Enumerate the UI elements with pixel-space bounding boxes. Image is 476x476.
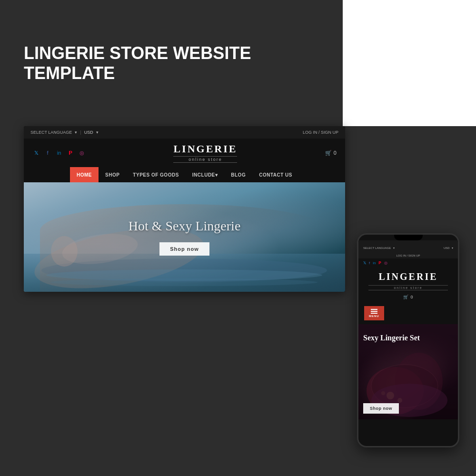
mobile-cart[interactable]: 🛒 0 (358, 293, 458, 301)
cart-count: 0 (334, 150, 337, 156)
logo: LINGERIE online store (173, 143, 237, 163)
topbar-right: LOG IN / SIGN UP (303, 130, 338, 135)
nav-item-home[interactable]: HOME (70, 167, 99, 182)
facebook-icon[interactable]: f (44, 149, 51, 157)
menu-line-1 (371, 309, 377, 310)
nav-item-contact[interactable]: CONTACT US (252, 167, 299, 182)
menu-label: MENU (369, 315, 379, 317)
twitter-icon[interactable]: 𝕏 (32, 149, 40, 157)
mobile-currency: USD (444, 247, 450, 249)
logo-text: LINGERIE (173, 143, 237, 155)
mobile-instagram-icon[interactable]: ◎ (384, 261, 387, 265)
hero-banner: Hot & Sexy Lingerie Shop now (24, 182, 345, 292)
mobile-lang-chevron: ▾ (393, 247, 395, 249)
desktop-nav: HOME SHOP TYPES OF GOODS INCLUDE ▾ BLOG … (24, 167, 345, 182)
mobile-mockup: SELECT LANGUAGE ▾ USD ▾ LOG IN / SIGN UP… (357, 233, 459, 447)
logo-subtitle: online store (173, 156, 237, 163)
left-panel: LINGERIE STORE WEBSITE TEMPLATE (0, 0, 343, 126)
mobile-linkedin-icon[interactable]: in (373, 261, 376, 265)
currency-selector[interactable]: USD (84, 130, 93, 135)
desktop-mockup: SELECT LANGUAGE ▾ | USD ▾ LOG IN / SIGN … (24, 126, 345, 292)
mobile-shop-now-button[interactable]: Shop now (363, 403, 399, 414)
social-icons-group: 𝕏 f in 𝗣 ◎ (32, 149, 86, 157)
pinterest-icon[interactable]: 𝗣 (67, 149, 74, 157)
mobile-menu-area: MENU (358, 301, 458, 324)
nav-item-shop[interactable]: SHOP (99, 167, 126, 182)
nav-item-types[interactable]: TYPES OF GOODS (126, 167, 185, 182)
mobile-facebook-icon[interactable]: f (369, 261, 370, 265)
cart-button[interactable]: 🛒 0 (325, 150, 337, 156)
nav-item-blog[interactable]: BLOG (224, 167, 252, 182)
mobile-currency: USD ▾ (444, 242, 453, 251)
mobile-twitter-icon[interactable]: 𝕏 (363, 261, 366, 265)
mobile-social-icons: 𝕏 f in 𝗣 ◎ (358, 258, 458, 268)
mobile-topbar: SELECT LANGUAGE ▾ USD ▾ (358, 240, 458, 253)
nav-item-include[interactable]: INCLUDE ▾ (186, 167, 224, 182)
right-panel (343, 0, 476, 126)
mobile-language: SELECT LANGUAGE ▾ (363, 242, 395, 251)
mobile-notch (394, 235, 423, 240)
desktop-topbar: SELECT LANGUAGE ▾ | USD ▾ LOG IN / SIGN … (24, 126, 345, 139)
linkedin-icon[interactable]: in (55, 149, 63, 157)
svg-point-5 (51, 278, 317, 286)
mobile-curr-chevron: ▾ (452, 247, 453, 249)
mobile-logo: LINGERIE online store (358, 268, 458, 293)
mobile-hero-title: Sexy Lingerie Set (363, 334, 453, 342)
page-title: LINGERIE STORE WEBSITE TEMPLATE (24, 43, 319, 83)
currency-chevron-icon: ▾ (96, 130, 99, 135)
mobile-language-label: SELECT LANGUAGE (363, 247, 391, 249)
mobile-login[interactable]: LOG IN / SIGN UP (358, 253, 458, 258)
shop-now-button[interactable]: Shop now (159, 242, 209, 256)
mobile-login-text: LOG IN / SIGN UP (396, 254, 420, 257)
mobile-hero-content: Sexy Lingerie Set (358, 324, 458, 371)
menu-line-3 (371, 313, 377, 314)
mobile-logo-text: LINGERIE (358, 271, 458, 282)
mobile-hero: Sexy Lingerie Set Shop now (358, 324, 458, 419)
mobile-menu-button[interactable]: MENU (364, 306, 384, 320)
mobile-cart-count: 0 (410, 295, 413, 299)
mobile-pinterest-icon[interactable]: 𝗣 (378, 261, 381, 265)
mobile-logo-subtitle: online store (368, 285, 448, 290)
include-chevron-icon: ▾ (215, 172, 218, 178)
mobile-cart-icon: 🛒 (403, 295, 408, 299)
instagram-icon[interactable]: ◎ (78, 149, 86, 157)
chevron-down-icon: ▾ (75, 130, 77, 135)
topbar-left: SELECT LANGUAGE ▾ | USD ▾ (30, 130, 99, 135)
menu-line-2 (371, 311, 377, 312)
cart-icon: 🛒 (325, 150, 332, 156)
language-label: SELECT LANGUAGE (30, 130, 72, 135)
desktop-header: 𝕏 f in 𝗣 ◎ LINGERIE online store 🛒 0 (24, 139, 345, 167)
hero-title: Hot & Sexy Lingerie (129, 218, 241, 234)
login-link[interactable]: LOG IN / SIGN UP (303, 130, 338, 135)
hero-content: Hot & Sexy Lingerie Shop now (129, 218, 241, 256)
